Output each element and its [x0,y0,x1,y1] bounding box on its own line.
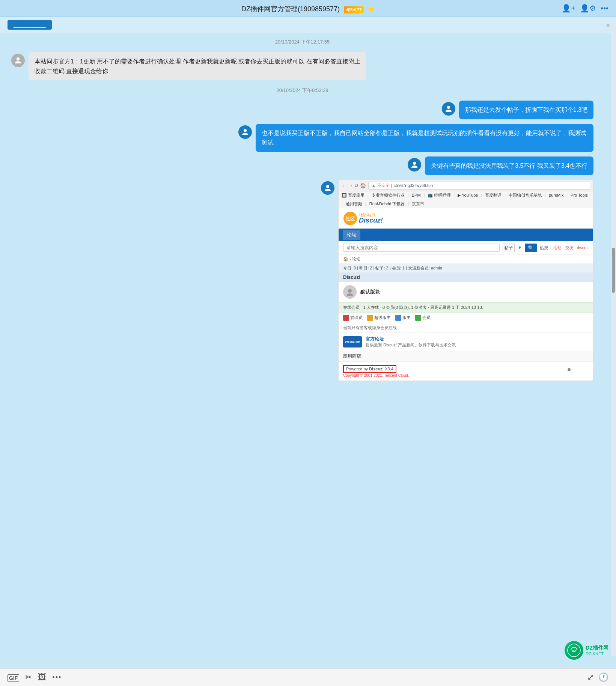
bookmark-music[interactable]: 中国独创音乐基地 [509,193,542,198]
bubble-sent-3: 关键有些真的我是没法用我装了3.5不行 我又装了3.4也不行 [425,156,593,175]
star-icon: ⭐ [367,6,375,12]
dz-logo-sub: DZ-KNET [586,651,608,656]
bookmarks-bar: 🔲 百度应用 | 专业音频软件行业 | BPM | 📺 哔哩哔哩 | ▶ You… [339,191,593,208]
avatar-sent-4 [321,181,334,195]
back-icon[interactable]: ← [342,183,346,188]
not-secure-label: 不安全 [377,183,390,188]
home-icon[interactable]: 🏠 [360,183,366,188]
avatar-received-1 [11,54,25,67]
hot-search-discuz[interactable]: discuz [577,245,589,250]
hot-search: 热搜： 活动 交友 discuz [540,245,589,251]
dz-brand-logo: DZ DZ插件网 DZ-KNET [565,641,608,660]
header-actions: 👤+ 👤⚙ ••• [562,4,608,13]
svg-point-2 [244,129,247,132]
bubble-received-1: 本站同步官方1：1更新 用不了的需要作者进行确认处理 作者更新我就更新呢 或者你… [29,52,366,80]
svg-point-8 [326,185,329,188]
admin-badge: 管理员 [343,315,363,321]
bookmark-bilibili[interactable]: 📺 哔哩哔哩 [428,193,450,198]
image-icon[interactable]: 🖼 [38,672,46,682]
bookmark-protools[interactable]: Pro Tools [571,193,588,197]
close-button[interactable]: × [606,22,610,30]
svg-point-3 [413,162,416,165]
reload-icon[interactable]: ↺ [354,183,358,188]
discuz-search-type[interactable]: 帖子 [503,244,515,252]
community-power-icon: 社区 [343,211,357,226]
dz-logo-text-block: DZ插件网 DZ-KNET [586,645,608,656]
official-forum-name: 官方论坛 [366,336,456,342]
admin-badge-icon [343,315,349,321]
add-friend-icon[interactable]: 👤+ [562,4,575,13]
nav-forum[interactable]: 论坛 [343,230,360,240]
message-screenshot: ← → ↺ 🏠 ▲ 不安全 | ctr967nq32.lwy66.fun 🔲 百… [11,180,593,381]
message-sent-3: 关键有些真的我是没法用我装了3.5不行 我又装了3.4也不行 [11,156,593,175]
scissors-icon[interactable]: ✂ [25,672,32,682]
bookmark-real-debrid[interactable]: Real-Debrid 下载器 [369,201,405,207]
member-badge-icon [415,315,421,321]
browser-nav-buttons: ← → ↺ 🏠 [342,183,366,188]
svg-point-1 [447,106,450,109]
address-bar[interactable]: ▲ 不安全 | ctr967nq32.lwy66.fun [368,182,590,190]
member-badge: 会员 [415,315,431,321]
discuz-breadcrumb: 🏠 › 论坛 [339,254,593,264]
clock-icon[interactable]: 🕐 [598,672,608,682]
svg-point-0 [17,57,20,60]
discuz-search-button[interactable]: 🔍 [525,244,537,252]
video-call-icon[interactable]: 👤⚙ [580,4,596,13]
discuz-search-row: 帖子 ▼ 🔍 热搜： 活动 交友 discuz [339,241,593,254]
discuz-logo: 社区 社区动力 Discuz! [343,211,383,226]
chat-area: 20/10/2024 下午12:17:55 本站同步官方1：1更新 用不了的需要… [0,33,616,385]
bookmark-universal-audio[interactable]: 通用音频 [346,201,362,207]
bookmark-pro-audio[interactable]: 专业音频软件行业 [372,193,405,198]
discuz-logo-row: 社区 社区动力 Discuz! [339,208,593,229]
forum-default-icon [343,285,357,299]
subheader-button[interactable]: ___________ [8,20,52,30]
official-section: Discuz! .net 官方论坛 提供最新 Discuz! 产品新闻、软件下载… [339,333,593,351]
official-forum-item[interactable]: Discuz! .net 官方论坛 提供最新 Discuz! 产品新闻、软件下载… [339,333,593,351]
discuz-search-input[interactable] [343,244,500,252]
bottom-toolbar: GIF ✂ 🖼 ••• ⤢ 🕐 [0,668,616,686]
browser-url: ctr967nq32.lwy66.fun [394,183,433,188]
bubble-sent-1: 那我还是去发个帖子，折腾下我在买那个1.3吧 [459,101,593,119]
more-tools-button[interactable]: ••• [52,674,62,681]
gif-button[interactable]: GIF [8,672,19,682]
search-dropdown-arrow[interactable]: ▼ [518,245,522,250]
footer-discuz-brand: Discuz! [369,367,384,371]
footer-copyright: Copyright © 2001-2021, Tencent Cloud. [343,373,589,378]
avatar-sent [442,102,455,116]
online-members-section: 在线会员 - 1 人在线 · 0 会员(0 隐身), 1 位游客 · 最高记录是… [339,302,593,313]
discuz-nav: 论坛 [339,229,593,241]
appstore-row[interactable]: 应用商店 [339,351,593,362]
bookmark-baidu-translate[interactable]: 百度翻译 [485,193,502,198]
chat-title: DZ插件网官方管理(1909859577) [241,5,340,13]
official-forum-info: 官方论坛 提供最新 Discuz! 产品新闻、软件下载与技术交流 [366,336,456,348]
scrollbar-thumb[interactable] [612,248,615,293]
url-separator: | [391,183,392,188]
discuz-forum-row[interactable]: 默认版块 [339,282,593,302]
expand-icon[interactable]: ⤢ [587,672,594,682]
default-forum-name[interactable]: 默认版块 [360,289,380,295]
message-received-1: 本站同步官方1：1更新 用不了的需要作者进行确认处理 作者更新我就更新呢 或者你… [11,52,593,80]
hot-search-activity[interactable]: 活动 [553,245,562,250]
footer-powered: Powered by Discuz! X3.4 [343,365,396,373]
mod-badge: 版主 [395,315,411,321]
bookmark-bpm[interactable]: BPM [412,193,421,197]
official-forum-desc: 提供最新 Discuz! 产品新闻、软件下载与技术交流 [366,342,456,348]
online-badges: 管理员 超级版主 版主 会员 [339,313,593,323]
lock-icon: ▲ [372,183,376,188]
bookmark-apps[interactable]: 🔲 百度应用 [342,193,364,198]
timestamp-1: 20/10/2024 下午12:17:55 [11,39,593,45]
svg-text:DZ: DZ [572,649,576,653]
discuz-page: 社区 社区动力 Discuz! 论坛 帖子 ▼ [339,208,593,381]
discuz-section-header: Discuz! [339,272,593,282]
browser-bar: ← → ↺ 🏠 ▲ 不安全 | ctr967nq32.lwy66.fun [339,180,593,191]
bookmark-youtube[interactable]: ▶ YouTube [458,193,478,198]
hot-search-friends[interactable]: 交友 [565,245,574,250]
community-power-label: 社区动力 [359,212,383,217]
dz-logo-circle: DZ [565,641,583,660]
more-options-icon[interactable]: ••• [601,4,608,13]
bookmark-jd[interactable]: 京东市 [412,201,424,207]
scrollbar[interactable] [611,23,616,656]
forward-icon[interactable]: → [348,183,353,188]
discuz-stats-row: 今日: 0 | 昨日: 2 | 帖子: 3 | 会员: 1 | 欢迎新会员: a… [339,264,593,272]
bookmark-puremix[interactable]: pureMix [549,193,563,197]
